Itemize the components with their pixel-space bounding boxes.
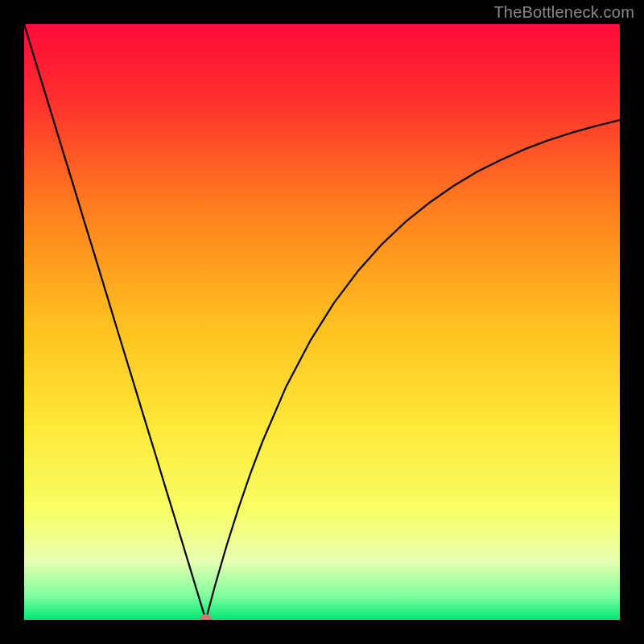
plot-area [24,24,620,620]
chart-frame: TheBottleneck.com [0,0,644,644]
watermark-label: TheBottleneck.com [493,3,634,22]
bottleneck-chart [24,24,620,620]
